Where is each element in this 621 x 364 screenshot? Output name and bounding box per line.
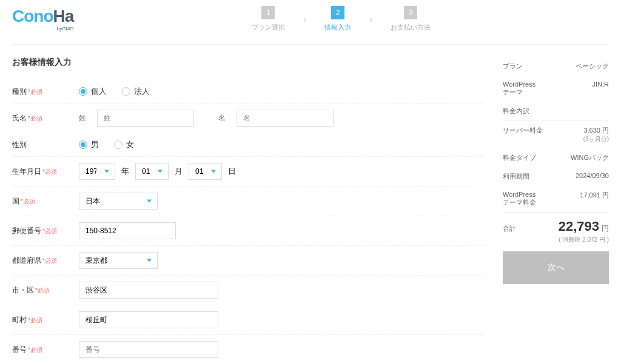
side-theme-val: JIN:R (592, 81, 609, 97)
side-total-yen: 円 (602, 224, 609, 233)
chevron-right-icon: › (303, 14, 306, 25)
required-mark: *必須 (28, 115, 42, 122)
label-gender: 性別 (12, 141, 27, 149)
radio-male[interactable]: 男 (79, 139, 99, 150)
section-title: お客様情報入力 (12, 57, 485, 68)
row-gender: 性別 男 女 (12, 133, 485, 157)
logo: ConoHa byGMO (12, 7, 73, 31)
step-3-num: 3 (404, 6, 417, 19)
step-3-label: お支払い方法 (391, 23, 431, 32)
required-mark: *必須 (42, 257, 57, 264)
side-type-val: WINGパック (571, 153, 609, 162)
row-street: 番号*必須 (12, 335, 485, 364)
customer-info-form: お客様情報入力 種別*必須 個人 法人 氏名*必須 姓 名 性別 (12, 57, 485, 364)
select-day[interactable]: 01 (189, 163, 222, 180)
step-1: 1 プラン選択 (252, 6, 285, 32)
label-country: 国 (12, 197, 19, 205)
logo-sub: byGMO (12, 26, 73, 31)
side-wptheme-label: WordPress テーマ料金 (503, 191, 536, 207)
step-1-label: プラン選択 (252, 23, 285, 32)
logo-part2: Ha (53, 7, 74, 25)
side-period-label: 利用期間 (503, 172, 529, 181)
input-mei[interactable] (237, 110, 334, 127)
label-town: 町村 (12, 316, 27, 324)
required-mark: *必須 (28, 317, 42, 323)
unit-day: 日 (228, 166, 236, 177)
required-mark: *必須 (42, 168, 57, 175)
side-plan-label: プラン (503, 62, 523, 71)
input-sei[interactable] (97, 110, 194, 127)
side-theme-label: WordPress テーマ (503, 81, 535, 97)
input-town[interactable] (79, 311, 218, 328)
input-street[interactable] (79, 341, 218, 358)
select-year[interactable]: 1975 (79, 163, 115, 180)
chevron-right-icon: › (369, 14, 372, 25)
side-server-label: サーバー料金 (503, 126, 543, 144)
side-tax: ( 消費税 2,072 円 ) (503, 236, 609, 251)
row-country: 国*必須 日本 (12, 187, 485, 216)
unit-month: 月 (175, 166, 183, 177)
select-prefecture[interactable]: 東京都 (79, 252, 158, 269)
label-city: 市・区 (12, 286, 34, 294)
step-1-num: 1 (261, 6, 275, 19)
side-type-label: 料金タイプ (503, 153, 536, 162)
side-total-label: 合計 (503, 224, 516, 233)
label-prefecture: 都道府県 (12, 256, 41, 265)
step-2-num: 2 (331, 6, 344, 19)
next-button[interactable]: 次へ (503, 251, 609, 284)
side-period-val: 2024/09/30 (576, 172, 609, 181)
required-mark: *必須 (21, 198, 35, 205)
side-total-val: 22,793 (559, 219, 599, 234)
step-2: 2 情報入力 (324, 6, 351, 32)
radio-female[interactable]: 女 (114, 139, 134, 150)
required-mark: *必須 (35, 287, 50, 294)
summary-sidebar: プランベーシック WordPress テーマJIN:R 料金内訳 サーバー料金3… (503, 57, 609, 364)
select-month[interactable]: 01 (135, 163, 169, 180)
side-server-sub: (3ヶ月分) (583, 136, 609, 142)
input-city[interactable] (79, 282, 218, 299)
sub-label-sei: 姓 (79, 113, 91, 124)
radio-corporate[interactable]: 法人 (122, 86, 150, 97)
radio-individual[interactable]: 個人 (79, 86, 107, 97)
side-plan-val: ベーシック (576, 62, 609, 71)
side-detail: 料金内訳 (503, 107, 529, 116)
required-mark: *必須 (42, 228, 57, 234)
label-birth: 生年月日 (12, 167, 41, 176)
input-postal[interactable] (79, 222, 176, 239)
row-city: 市・区*必須 (12, 276, 485, 305)
required-mark: *必須 (28, 346, 42, 353)
logo-part1: Cono (12, 7, 53, 25)
step-3: 3 お支払い方法 (391, 6, 431, 32)
select-country[interactable]: 日本 (79, 193, 158, 210)
label-name: 氏名 (12, 114, 27, 122)
row-name: 氏名*必須 姓 名 (12, 104, 485, 133)
side-wptheme-val: 17,091 円 (580, 191, 609, 207)
label-street: 番号 (12, 345, 27, 354)
sub-label-mei: 名 (218, 113, 230, 124)
row-postal: 郵便番号*必須 (12, 216, 485, 246)
required-mark: *必須 (28, 88, 42, 95)
step-indicator: 1 プラン選択 › 2 情報入力 › 3 お支払い方法 (73, 6, 609, 32)
label-type: 種別 (12, 87, 27, 96)
row-prefecture: 都道府県*必須 東京都 (12, 246, 485, 276)
step-2-label: 情報入力 (324, 23, 351, 32)
row-town: 町村*必須 (12, 305, 485, 335)
unit-year: 年 (121, 166, 129, 177)
row-type: 種別*必須 個人 法人 (12, 80, 485, 104)
label-postal: 郵便番号 (12, 227, 41, 235)
row-birth: 生年月日*必須 1975 年 01 月 01 日 (12, 157, 485, 187)
side-server-val: 3,630 円 (583, 127, 609, 134)
